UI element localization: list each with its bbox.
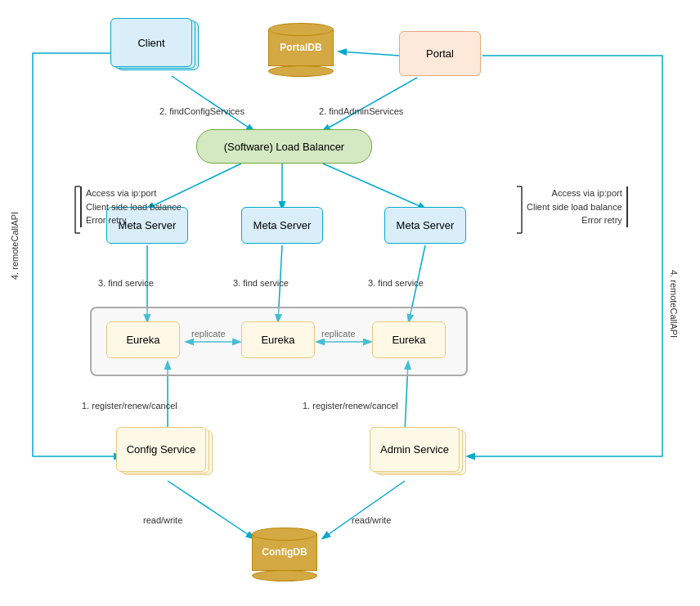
portal-node: Portal bbox=[399, 31, 481, 76]
svg-text:1. register/renew/cancel: 1. register/renew/cancel bbox=[82, 401, 177, 411]
svg-text:4. remoteCallAPI: 4. remoteCallAPI bbox=[669, 270, 679, 338]
eureka-2: Eureka bbox=[241, 321, 315, 358]
svg-text:3. find service: 3. find service bbox=[368, 278, 424, 288]
admin-service-node: Admin Service bbox=[370, 427, 460, 472]
annotation-line-3: Error retry bbox=[86, 213, 182, 227]
admin-service-stack: Admin Service bbox=[370, 427, 460, 472]
portaldb-container: PortalDB bbox=[268, 23, 334, 77]
svg-text:3. find service: 3. find service bbox=[233, 278, 289, 288]
svg-text:1. register/renew/cancel: 1. register/renew/cancel bbox=[303, 401, 398, 411]
config-service-stack: Config Service bbox=[116, 427, 206, 472]
lb-label: (Software) Load Balancer bbox=[224, 141, 344, 153]
configdb-label: ConfigDB bbox=[262, 546, 307, 558]
svg-text:2. findAdminServices: 2. findAdminServices bbox=[319, 106, 404, 116]
right-annotation-line-3: Error retry bbox=[527, 213, 622, 227]
annotation-line-1: Access via ip:port bbox=[86, 186, 182, 200]
eureka-1: Eureka bbox=[106, 321, 180, 358]
svg-line-22 bbox=[168, 481, 254, 538]
portaldb-label: PortalDB bbox=[280, 42, 321, 53]
client-node: Client bbox=[110, 18, 192, 67]
right-annotation-line-1: Access via ip:port bbox=[527, 186, 622, 200]
architecture-diagram: 2. findConfigServices 2. findAdminServic… bbox=[0, 0, 700, 606]
svg-text:4. remoteCallAPI: 4. remoteCallAPI bbox=[10, 212, 20, 280]
right-annotation-line-2: Client side load balance bbox=[527, 200, 622, 214]
meta-server-3: Meta Server bbox=[384, 207, 466, 244]
svg-line-24 bbox=[323, 481, 405, 538]
meta-server-2: Meta Server bbox=[241, 207, 323, 244]
eureka-3: Eureka bbox=[372, 321, 446, 358]
right-annotation: Access via ip:port Client side load bala… bbox=[527, 186, 628, 227]
svg-text:read/write: read/write bbox=[352, 515, 391, 525]
annotation-line-2: Client side load balance bbox=[86, 200, 182, 214]
portal-label: Portal bbox=[426, 47, 454, 60]
svg-text:2. findConfigServices: 2. findConfigServices bbox=[159, 106, 245, 116]
svg-text:read/write: read/write bbox=[143, 515, 182, 525]
load-balancer-node: (Software) Load Balancer bbox=[196, 129, 372, 164]
left-annotation: Access via ip:port Client side load bala… bbox=[80, 186, 182, 227]
client-label: Client bbox=[137, 37, 164, 49]
svg-line-1 bbox=[172, 76, 254, 131]
config-service-node: Config Service bbox=[116, 427, 206, 472]
svg-line-0 bbox=[339, 52, 399, 56]
svg-line-3 bbox=[323, 78, 417, 131]
client-stack: Client bbox=[110, 18, 192, 67]
configdb-container: ConfigDB bbox=[252, 527, 317, 581]
svg-text:3. find service: 3. find service bbox=[98, 278, 154, 288]
svg-line-7 bbox=[323, 164, 425, 209]
